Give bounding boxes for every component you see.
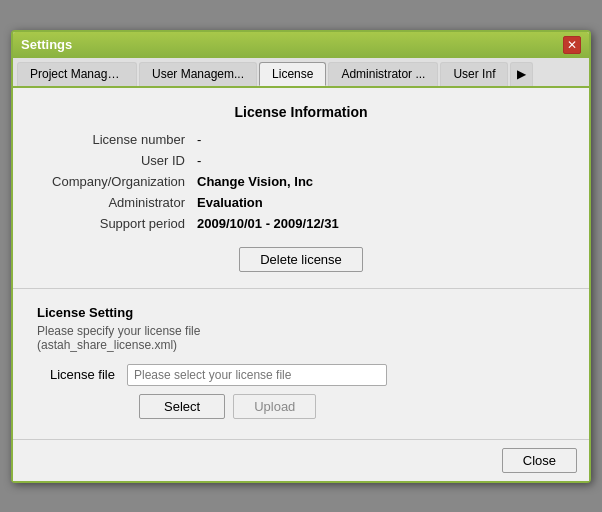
- license-setting-section: License Setting Please specify your lice…: [13, 289, 589, 439]
- delete-button-row: Delete license: [37, 247, 565, 272]
- license-setting-title: License Setting: [37, 305, 565, 320]
- dialog-footer: Close: [13, 439, 589, 481]
- administrator-label: Administrator: [37, 195, 197, 210]
- select-file-button[interactable]: Select: [139, 394, 225, 419]
- license-info-section: License Information License number - Use…: [13, 88, 589, 289]
- tab-more-button[interactable]: ▶: [510, 62, 533, 86]
- license-file-input[interactable]: [127, 364, 387, 386]
- company-row: Company/Organization Change Vision, Inc: [37, 174, 565, 189]
- administrator-value: Evaluation: [197, 195, 263, 210]
- license-info-table: License number - User ID - Company/Organ…: [37, 132, 565, 231]
- license-number-value: -: [197, 132, 201, 147]
- tab-license[interactable]: License: [259, 62, 326, 86]
- license-setting-desc: Please specify your license file (astah_…: [37, 324, 565, 352]
- file-action-buttons: Select Upload: [37, 394, 565, 419]
- delete-license-button[interactable]: Delete license: [239, 247, 363, 272]
- tab-content: License Information License number - Use…: [13, 88, 589, 439]
- support-period-row: Support period 2009/10/01 - 2009/12/31: [37, 216, 565, 231]
- support-period-value: 2009/10/01 - 2009/12/31: [197, 216, 339, 231]
- license-setting-desc-line1: Please specify your license file: [37, 324, 200, 338]
- tab-project-manage[interactable]: Project Manage...: [17, 62, 137, 86]
- license-file-label: License file: [37, 367, 127, 382]
- user-id-value: -: [197, 153, 201, 168]
- license-number-label: License number: [37, 132, 197, 147]
- company-label: Company/Organization: [37, 174, 197, 189]
- administrator-row: Administrator Evaluation: [37, 195, 565, 210]
- license-setting-desc-line2: (astah_share_license.xml): [37, 338, 177, 352]
- user-id-row: User ID -: [37, 153, 565, 168]
- upload-file-button[interactable]: Upload: [233, 394, 316, 419]
- tab-administrator[interactable]: Administrator ...: [328, 62, 438, 86]
- company-value: Change Vision, Inc: [197, 174, 313, 189]
- tab-user-info[interactable]: User Inf: [440, 62, 508, 86]
- tab-user-management[interactable]: User Managem...: [139, 62, 257, 86]
- license-number-row: License number -: [37, 132, 565, 147]
- license-file-row: License file: [37, 364, 565, 386]
- close-dialog-button[interactable]: Close: [502, 448, 577, 473]
- support-period-label: Support period: [37, 216, 197, 231]
- dialog-title: Settings: [21, 37, 72, 52]
- settings-dialog: Settings ✕ Project Manage... User Manage…: [11, 30, 591, 483]
- user-id-label: User ID: [37, 153, 197, 168]
- license-info-title: License Information: [37, 104, 565, 120]
- tab-bar: Project Manage... User Managem... Licens…: [13, 58, 589, 88]
- title-close-button[interactable]: ✕: [563, 36, 581, 54]
- title-bar: Settings ✕: [13, 32, 589, 58]
